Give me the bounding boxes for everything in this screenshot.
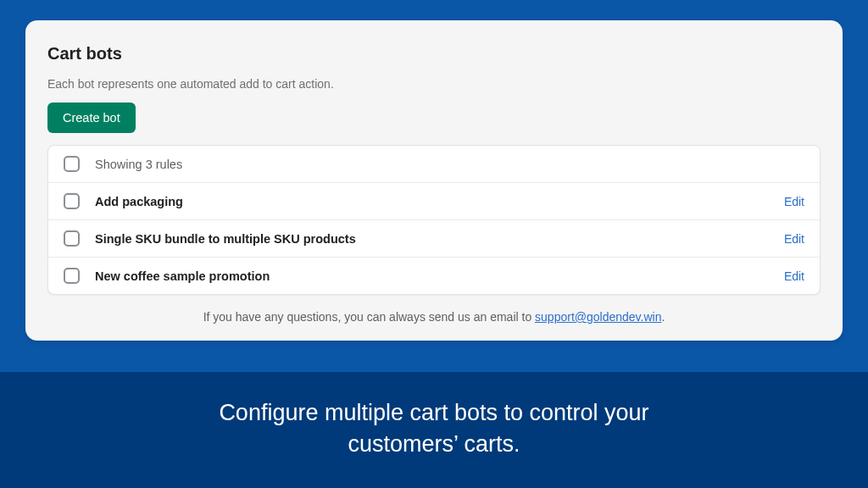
list-row: Single SKU bundle to multiple SKU produc… [48, 220, 820, 258]
row-checkbox[interactable] [64, 193, 80, 209]
support-prefix: If you have any questions, you can alway… [203, 310, 535, 324]
select-all-checkbox[interactable] [64, 156, 80, 172]
edit-link[interactable]: Edit [784, 232, 804, 246]
list-row: Add packaging Edit [48, 183, 820, 220]
banner-line-1: Configure multiple cart bots to control … [219, 400, 648, 425]
page-title: Cart bots [47, 44, 821, 64]
page-description: Each bot represents one automated add to… [47, 77, 821, 91]
list-row: New coffee sample promotion Edit [48, 258, 820, 294]
row-label: Single SKU bundle to multiple SKU produc… [95, 232, 784, 246]
cart-bots-card: Cart bots Each bot represents one automa… [25, 20, 843, 341]
create-bot-button[interactable]: Create bot [47, 103, 136, 133]
list-header-label: Showing 3 rules [95, 158, 804, 171]
row-checkbox[interactable] [64, 268, 80, 284]
banner-line-2: customers’ carts. [348, 431, 520, 457]
rules-list: Showing 3 rules Add packaging Edit Singl… [47, 145, 821, 295]
promo-banner: Configure multiple cart bots to control … [0, 372, 868, 488]
edit-link[interactable]: Edit [784, 269, 804, 283]
edit-link[interactable]: Edit [784, 195, 804, 208]
row-label: New coffee sample promotion [95, 269, 784, 283]
row-checkbox[interactable] [64, 230, 80, 247]
support-suffix: . [661, 310, 665, 324]
support-text: If you have any questions, you can alway… [47, 310, 821, 324]
row-label: Add packaging [95, 195, 784, 208]
support-email-link[interactable]: support@goldendev.win [535, 310, 661, 324]
list-header-row: Showing 3 rules [48, 146, 820, 183]
